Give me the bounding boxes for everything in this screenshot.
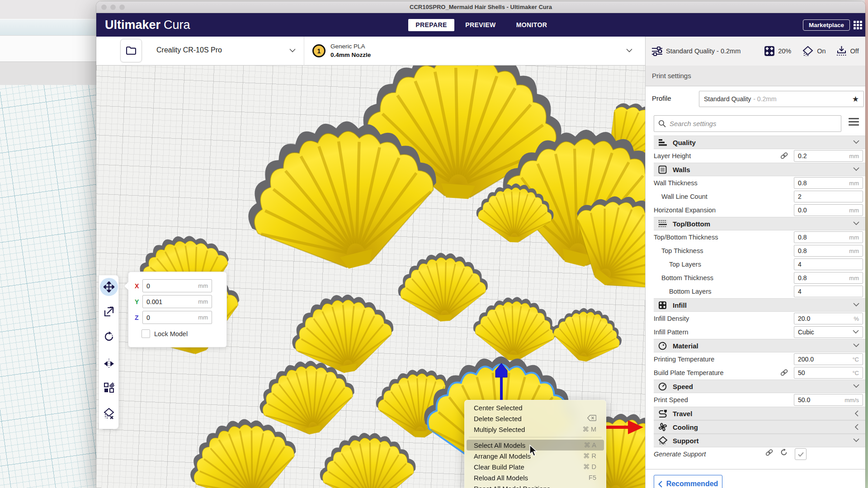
- shell-model[interactable]: [548, 302, 626, 367]
- menu-item-clear-build-plate[interactable]: Clear Build Plate ⌘ D: [467, 461, 604, 472]
- speed-icon: [658, 382, 668, 391]
- x-position-input[interactable]: 0mm: [142, 279, 212, 292]
- app-header: UltimakerCura PREPARE PREVIEW MONITOR Ma…: [96, 13, 865, 37]
- setting-printing-temperature: Printing Temperature 200.0°C: [646, 352, 865, 366]
- settings-visibility-menu-icon[interactable]: [849, 118, 859, 127]
- value-input[interactable]: 0.8mm: [794, 272, 863, 284]
- value-input[interactable]: 200.0°C: [794, 353, 863, 365]
- mirror-icon: [103, 359, 115, 369]
- tab-monitor[interactable]: MONITOR: [511, 19, 552, 31]
- profile-suffix: - 0.2mm: [753, 95, 852, 103]
- summary-profile: Standard Quality - 0.2mm: [666, 47, 741, 55]
- printer-selector[interactable]: Creality CR-10S Pro: [145, 37, 304, 66]
- nozzle-size: 0.4mm Nozzle: [330, 51, 371, 59]
- menu-item-delete-selected[interactable]: Delete Selected: [467, 413, 604, 424]
- rotate-tool-button[interactable]: [100, 328, 118, 346]
- category-speed[interactable]: Speed: [654, 380, 865, 393]
- chevron-down-icon: [853, 166, 859, 173]
- infill-icon: [764, 46, 775, 56]
- tab-prepare[interactable]: PREPARE: [408, 19, 454, 31]
- graph-paper-background: [0, 85, 99, 488]
- move-icon: [104, 282, 114, 292]
- value-input[interactable]: 0.8mm: [794, 231, 863, 243]
- category-top-bottom[interactable]: Top/Bottom: [654, 217, 865, 230]
- printer-name: Creality CR-10S Pro: [156, 46, 222, 54]
- chevron-down-icon: [853, 329, 859, 335]
- search-input[interactable]: [670, 120, 837, 127]
- value-input[interactable]: 2: [794, 191, 863, 202]
- print-setup-summary[interactable]: Standard Quality - 0.2mm 20%: [645, 37, 865, 66]
- support-blocker-button[interactable]: [100, 404, 118, 422]
- setting-top-thickness: Top Thickness 0.8mm: [646, 244, 865, 258]
- apps-grid-icon[interactable]: [854, 21, 863, 30]
- generate-support-checkbox[interactable]: [795, 448, 807, 460]
- chevron-down-icon: [853, 221, 859, 227]
- y-axis-label: Y: [135, 298, 142, 305]
- move-gizmo-x-arrow[interactable]: [604, 419, 643, 435]
- setting-layer-height: Layer Height 0.2mm: [646, 149, 865, 163]
- marketplace-button[interactable]: Marketplace: [803, 19, 850, 31]
- menu-item-multiply-selected[interactable]: Multiply Selected ⌘ M: [467, 424, 604, 435]
- shell-model[interactable]: [471, 294, 559, 363]
- infill-icon: [658, 301, 668, 310]
- settings-list: Quality Layer Height 0.2mm Walls Wall Th…: [646, 136, 865, 461]
- value-input[interactable]: 4: [794, 286, 863, 297]
- settings-search[interactable]: [654, 115, 841, 132]
- menu-item-reset-all-model-positions[interactable]: Reset All Model Positions: [467, 483, 604, 488]
- menu-item-reload-all-models[interactable]: Reload All Models F5: [467, 472, 604, 483]
- category-quality[interactable]: Quality: [654, 136, 865, 149]
- folder-icon: [126, 46, 137, 55]
- tab-preview[interactable]: PREVIEW: [460, 19, 501, 31]
- support-blocker-icon: [103, 408, 115, 419]
- value-input[interactable]: 0.2mm: [794, 150, 863, 162]
- desktop-background-sliver: [865, 0, 868, 488]
- menu-item-center-selected[interactable]: Center Selected: [467, 402, 604, 413]
- category-cooling[interactable]: Cooling: [654, 420, 865, 434]
- value-input[interactable]: 4: [794, 258, 863, 270]
- value-input[interactable]: 20.0%: [794, 313, 863, 324]
- setting-infill-pattern: Infill Pattern Cubic: [646, 325, 865, 339]
- z-position-input[interactable]: 0mm: [142, 311, 212, 324]
- setting-bottom-layers: Bottom Layers 4: [646, 285, 865, 298]
- context-menu: Center Selected Delete Selected Multiply…: [464, 400, 606, 488]
- value-input[interactable]: 50°C: [794, 367, 863, 379]
- window-title: CCR10SPRO_Mermaid Hair Shells - Ultimake…: [96, 1, 865, 13]
- category-infill[interactable]: Infill: [654, 298, 865, 312]
- category-material[interactable]: Material: [654, 339, 865, 352]
- quality-icon: [658, 139, 668, 146]
- move-gizmo-y-arrow[interactable]: [494, 363, 509, 401]
- chevron-down-icon: [853, 437, 859, 444]
- scale-tool-button[interactable]: [100, 303, 118, 321]
- lock-model-checkbox[interactable]: [142, 329, 150, 338]
- move-tool-button[interactable]: [100, 278, 118, 296]
- setting-horizontal-expansion: Horizontal Expansion 0.0mm: [646, 203, 865, 217]
- titlebar: CCR10SPRO_Mermaid Hair Shells - Ultimake…: [96, 1, 865, 13]
- app-logo: UltimakerCura: [105, 18, 190, 32]
- value-input[interactable]: 0.8mm: [794, 177, 863, 189]
- value-input[interactable]: 0.8mm: [794, 245, 863, 257]
- extruder-badge: 1: [312, 44, 326, 57]
- chevron-down-icon: [289, 48, 296, 52]
- recommended-button[interactable]: Recommended: [654, 475, 722, 488]
- value-input[interactable]: 50.0mm/s: [794, 394, 863, 406]
- value-input[interactable]: 0.0mm: [794, 204, 863, 216]
- y-position-input[interactable]: 0.001mm: [142, 295, 212, 308]
- profile-combo[interactable]: Standard Quality - 0.2mm ★: [699, 91, 864, 107]
- configuration-bar: Creality CR-10S Pro 1 Generic PLA 0.4mm …: [96, 37, 865, 66]
- category-travel[interactable]: Travel: [654, 407, 865, 420]
- x-axis-label: X: [135, 282, 142, 290]
- profile-star-icon[interactable]: ★: [852, 94, 859, 104]
- mirror-tool-button[interactable]: [100, 355, 118, 373]
- rotate-icon: [104, 331, 114, 342]
- category-support[interactable]: Support: [654, 434, 865, 447]
- setting-build-plate-temperature: Build Plate Temperature 50°C: [646, 366, 865, 380]
- open-file-button[interactable]: [120, 39, 142, 62]
- shell-model[interactable]: [316, 428, 419, 488]
- category-walls[interactable]: Walls: [654, 163, 865, 176]
- revert-icon[interactable]: [780, 449, 788, 456]
- material-selector[interactable]: 1 Generic PLA 0.4mm Nozzle: [304, 37, 645, 66]
- delete-key-icon: [587, 415, 596, 421]
- per-model-settings-button[interactable]: [100, 379, 118, 397]
- value-input[interactable]: Cubic: [794, 326, 863, 338]
- shell-model[interactable]: [396, 250, 490, 324]
